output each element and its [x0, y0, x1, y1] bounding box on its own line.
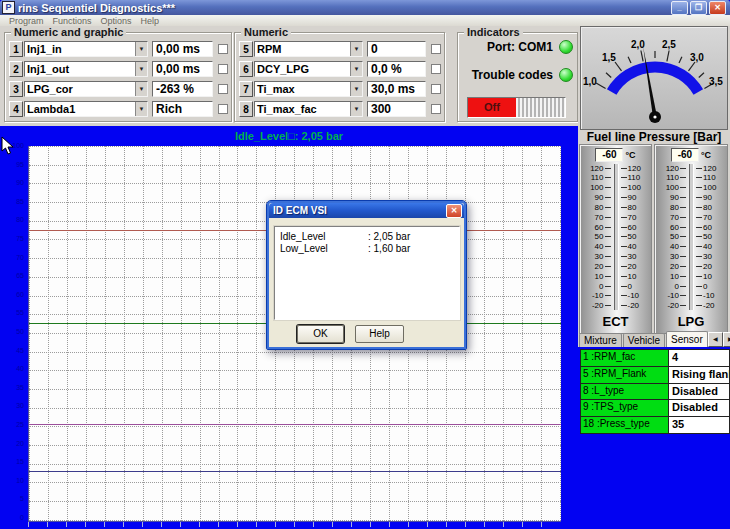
channel-row: 3 LPG_cor ▼ -263 % [9, 81, 228, 97]
tab[interactable]: Sensor [666, 331, 708, 347]
parameter-value-cell[interactable]: 4 [669, 350, 729, 366]
channel-row: 8 Ti_max_fac ▼ 300 [239, 101, 441, 117]
channel-number-button[interactable]: 4 [9, 101, 23, 117]
chevron-down-icon[interactable]: ▼ [350, 82, 362, 96]
close-button[interactable]: ✕ [709, 1, 726, 15]
menu-item[interactable]: Functions [53, 16, 92, 26]
id-ecm-vsi-dialog: ID ECM VSI ✕ Idle_Level : 2,05 bar Low_L… [266, 200, 467, 350]
signal-value: -263 % [152, 81, 213, 97]
chevron-down-icon[interactable]: ▼ [135, 42, 147, 56]
mouse-cursor-icon [1, 136, 14, 155]
chevron-down-icon[interactable]: ▼ [135, 82, 147, 96]
y-axis-tick-label: 20 [0, 440, 26, 447]
menu-item[interactable]: Options [101, 16, 132, 26]
gauge-scale-label: 2,5 [662, 39, 676, 50]
signal-select[interactable]: Lambda1 ▼ [24, 101, 148, 117]
minimize-button[interactable]: _ [671, 1, 688, 15]
parameter-value-cell[interactable]: 35 [669, 417, 729, 433]
channel-number-button[interactable]: 8 [239, 101, 253, 117]
plot-checkbox[interactable] [431, 44, 441, 54]
parameter-value-cell[interactable]: Disabled [669, 384, 729, 400]
gauge-scale-label: 3,5 [709, 76, 723, 87]
port-status-led-icon [559, 40, 573, 54]
dialog-title-bar[interactable]: ID ECM VSI ✕ [269, 203, 464, 218]
y-axis-tick-label: 0 [0, 514, 26, 521]
gauge-scale-label: 2,0 [631, 39, 645, 50]
y-axis-tick-label: 55 [0, 309, 26, 316]
tab-scroll-right-icon[interactable]: ▶ [723, 332, 730, 347]
tab[interactable]: Vehicle [623, 333, 665, 347]
y-axis-tick-label: 65 [0, 272, 26, 279]
gauge-scale-label: 1,5 [602, 52, 616, 63]
signal-value: 0,0 % [367, 61, 426, 77]
ect-thermometer: -60 °C 120120 110110 100100 [579, 144, 652, 334]
parameter-value-cell[interactable]: Rising flank [669, 367, 729, 383]
channel-row: 4 Lambda1 ▼ Rich [9, 101, 228, 117]
channel-row: 6 DCY_LPG ▼ 0,0 % [239, 61, 441, 77]
channel-number-button[interactable]: 5 [239, 41, 253, 57]
gauge-scale-label: 1,0 [583, 76, 597, 87]
chevron-down-icon[interactable]: ▼ [135, 62, 147, 76]
tab-strip: MixtureVehicleSensor ◀ ▶ [578, 332, 730, 347]
plot-checkbox[interactable] [218, 104, 228, 114]
signal-select[interactable]: DCY_LPG ▼ [254, 61, 363, 77]
chevron-down-icon[interactable]: ▼ [350, 42, 362, 56]
signal-value: 300 [367, 101, 426, 117]
channel-row: 1 Inj1_in ▼ 0,00 ms [9, 41, 228, 57]
y-axis-tick-label: 80 [0, 216, 26, 223]
tab-scroll-left-icon[interactable]: ◀ [708, 332, 723, 347]
tab[interactable]: Mixture [579, 333, 622, 347]
channel-number-button[interactable]: 2 [9, 61, 23, 77]
signal-value: 0 [367, 41, 426, 57]
y-axis-tick-label: 40 [0, 365, 26, 372]
plot-checkbox[interactable] [431, 64, 441, 74]
indicators-group: Indicators Port: COM1 Trouble codes Off [457, 32, 578, 122]
chevron-down-icon[interactable]: ▼ [350, 62, 362, 76]
dialog-info-value: : 2,05 bar [368, 231, 410, 242]
chevron-down-icon[interactable]: ▼ [350, 102, 362, 116]
toggle-track[interactable] [516, 98, 565, 117]
plot-checkbox[interactable] [218, 64, 228, 74]
plot-checkbox[interactable] [431, 84, 441, 94]
signal-name: Ti_max_fac [255, 102, 350, 116]
signal-select[interactable]: Inj1_out ▼ [24, 61, 148, 77]
ok-button[interactable]: OK [297, 325, 344, 343]
plot-checkbox[interactable] [218, 44, 228, 54]
trouble-codes-toggle[interactable]: Off [467, 97, 566, 118]
channel-row: 5 RPM ▼ 0 [239, 41, 441, 57]
signal-select[interactable]: RPM ▼ [254, 41, 363, 57]
channel-number-button[interactable]: 6 [239, 61, 253, 77]
plot-checkbox[interactable] [218, 84, 228, 94]
channel-number-button[interactable]: 1 [9, 41, 23, 57]
numeric-and-graphic-group: Numeric and graphic 1 Inj1_in ▼ 0,00 ms [4, 32, 232, 122]
app-window: P rins Sequentiel Diagnostics*** _ ❐ ✕ P… [0, 0, 730, 529]
table-row: 1 :RPM_fac 4 [581, 350, 729, 367]
table-row: 5 :RPM_Flank Rising flank [581, 367, 729, 384]
signal-name: Inj1_out [25, 62, 135, 76]
signal-select[interactable]: Ti_max ▼ [254, 81, 363, 97]
channel-number-button[interactable]: 7 [239, 81, 253, 97]
dialog-close-icon[interactable]: ✕ [446, 204, 462, 218]
restore-button[interactable]: ❐ [690, 1, 707, 15]
signal-select[interactable]: Inj1_in ▼ [24, 41, 148, 57]
signal-select[interactable]: Ti_max_fac ▼ [254, 101, 363, 117]
signal-name: Lambda1 [25, 102, 135, 116]
parameter-value-cell[interactable]: Disabled [669, 400, 729, 416]
signal-value: 30,0 ms [367, 81, 426, 97]
chevron-down-icon[interactable]: ▼ [135, 102, 147, 116]
channel-number-button[interactable]: 3 [9, 81, 23, 97]
menu-item[interactable]: Program [9, 16, 44, 26]
ect-unit: °C [625, 150, 635, 160]
dialog-info-label: Idle_Level [280, 231, 368, 242]
y-axis-tick-label: 95 [0, 161, 26, 168]
x-axis-ticks [28, 522, 560, 527]
plot-checkbox[interactable] [431, 104, 441, 114]
help-button[interactable]: Help [355, 325, 404, 343]
port-label: Port: COM1 [487, 40, 553, 54]
gauge-scale-label: 3,0 [690, 52, 704, 63]
menu-item[interactable]: Help [141, 16, 160, 26]
y-axis-tick-label: 15 [0, 458, 26, 465]
parameter-name-cell: 8 :L_type [581, 384, 669, 400]
app-icon: P [2, 1, 15, 14]
signal-select[interactable]: LPG_cor ▼ [24, 81, 148, 97]
